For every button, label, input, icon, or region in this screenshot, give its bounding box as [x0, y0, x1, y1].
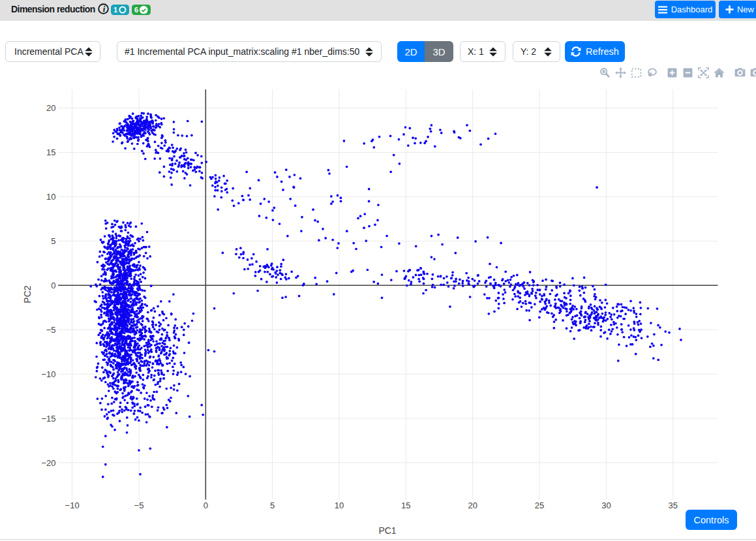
svg-text:20: 20 — [468, 501, 477, 510]
svg-text:25: 25 — [535, 501, 544, 510]
svg-text:i: i — [102, 4, 105, 14]
svg-text:−5: −5 — [134, 501, 144, 510]
svg-text:−10: −10 — [65, 501, 80, 510]
svg-text:5: 5 — [51, 236, 55, 246]
svg-text:−15: −15 — [41, 414, 55, 424]
svg-text:20: 20 — [46, 103, 55, 113]
svg-text:15: 15 — [401, 501, 410, 510]
svg-text:0: 0 — [204, 501, 208, 510]
svg-text:10: 10 — [335, 501, 344, 510]
svg-text:0: 0 — [51, 281, 55, 290]
svg-text:PC2: PC2 — [22, 285, 33, 303]
svg-text:−5: −5 — [46, 325, 56, 335]
svg-text:−20: −20 — [41, 458, 55, 468]
svg-text:35: 35 — [669, 501, 678, 510]
svg-text:PC1: PC1 — [378, 525, 396, 536]
svg-text:30: 30 — [601, 501, 611, 510]
svg-text:10: 10 — [46, 192, 55, 202]
svg-text:15: 15 — [46, 147, 55, 157]
svg-text:5: 5 — [270, 501, 275, 510]
svg-text:−10: −10 — [41, 369, 55, 379]
